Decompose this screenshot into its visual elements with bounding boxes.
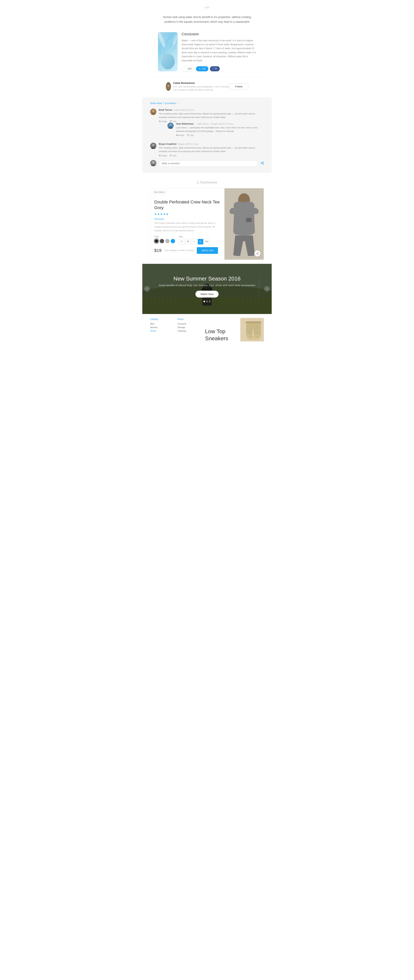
banner-dot-2[interactable] <box>206 301 208 302</box>
watch-now-button[interactable]: Watch Now <box>196 291 218 298</box>
comment-body: Brett Torres 9 April, 2015 3:52 pm The r… <box>159 108 264 140</box>
facebook-icon: f <box>213 67 213 70</box>
comment-item: Bryan Crawford 9 April, 2015 5:17 pm The… <box>150 143 264 157</box>
comment-actions: Reply Like <box>176 134 264 137</box>
product-description: The Project Garments loves what is uniqu… <box>154 221 221 232</box>
desc-label: Description <box>154 218 221 220</box>
nested-comment: Alan Robertson → Brett Torres 10 April, … <box>167 123 264 137</box>
banner-dot-1[interactable] <box>204 301 205 302</box>
conclusion-title: Conclusion <box>182 32 256 36</box>
prints-title: Prints <box>178 318 201 321</box>
svg-rect-23 <box>246 218 252 222</box>
commenter-avatar <box>150 160 156 167</box>
product-card: Best Sellers Double Perforated Crew Neck… <box>150 188 264 260</box>
color-label: Color <box>154 235 175 238</box>
banner-next-button[interactable]: › <box>264 286 270 292</box>
reply-action[interactable]: Reply <box>159 154 167 157</box>
size-xxl[interactable]: XXL <box>204 239 210 244</box>
star-2: ★ <box>157 212 160 216</box>
price-note: Free shipping on order over $100 <box>165 249 194 252</box>
svg-point-31 <box>258 254 258 255</box>
comment-reply-to: → Brett Torres <box>195 123 209 125</box>
author-section: Caleb Richardson A 27 year old developer… <box>150 78 264 97</box>
svg-line-34 <box>257 253 258 254</box>
banner-dot-3[interactable] <box>209 301 210 302</box>
footer-products: Clothes Men Women Shoes Prints Furniture… <box>142 314 272 344</box>
svg-point-15 <box>152 144 154 146</box>
like-button[interactable]: ♡ 359 <box>182 66 194 72</box>
conclusion-text: Water — one of the main resources in the… <box>182 38 256 62</box>
star-5: ★ <box>166 212 169 216</box>
color-black[interactable] <box>154 239 159 243</box>
color-option-group: Color <box>154 235 175 243</box>
reply-action[interactable]: Reply <box>176 134 184 137</box>
twitter-button[interactable]: 𝕏 125 <box>196 66 209 72</box>
comment-send-button[interactable] <box>260 161 264 165</box>
comment-author: Alan Robertson <box>176 123 193 125</box>
prints-furniture-link[interactable]: Furniture <box>178 323 201 325</box>
like-action[interactable]: Like <box>170 120 177 123</box>
reply-action[interactable]: Reply <box>159 120 167 123</box>
water-splash <box>158 32 178 72</box>
quote-text: Human task using water and its benefit t… <box>158 15 256 24</box>
prints-storage-link[interactable]: Storage <box>178 326 201 328</box>
clothes-men-link[interactable]: Men <box>150 323 174 325</box>
like-action[interactable]: Like <box>187 134 194 137</box>
like-count: 359 <box>188 67 191 70</box>
heart-icon: ♡ <box>185 67 186 70</box>
comment-time: 9 April, 2015 3:52 pm <box>174 109 194 111</box>
color-blue[interactable] <box>171 239 175 243</box>
conclusion-section: Conclusion Water — one of the main resou… <box>142 28 272 78</box>
product-info: Double Perforated Crew Neck Tee Grey ★ ★… <box>150 188 225 260</box>
size-s[interactable]: S <box>179 239 185 244</box>
size-label: Size <box>179 235 210 238</box>
svg-point-0 <box>161 54 175 69</box>
comment-item: Alan Robertson → Brett Torres 10 April, … <box>167 123 264 137</box>
ecommerce-section: 2. Ecommerce Best Sellers Double Perfora… <box>142 173 272 344</box>
twitter-icon: 𝕏 <box>199 67 201 70</box>
author-info: Caleb Richardson A 27 year old developer… <box>166 81 229 92</box>
share-button[interactable] <box>254 250 261 256</box>
show-comments-link[interactable]: Show other 7 comments → <box>150 102 179 105</box>
add-to-cart-button[interactable]: Add to Cart <box>197 247 218 254</box>
svg-point-7 <box>167 87 170 89</box>
product-price: $19 <box>154 248 161 253</box>
featured-product-col: Low Top Sneakers <box>205 318 236 342</box>
svg-point-2 <box>172 46 173 46</box>
size-xl[interactable]: XL <box>198 239 203 244</box>
quote-mark: “” <box>158 6 256 13</box>
clothes-shoes-link[interactable]: Shoes <box>150 330 174 332</box>
comment-input[interactable] <box>159 160 258 167</box>
footer-product-image <box>240 318 264 342</box>
svg-point-30 <box>258 252 258 253</box>
facebook-button[interactable]: f 75 <box>210 66 220 72</box>
size-option-group: Size S M L XL XXL <box>179 235 210 244</box>
color-options <box>154 239 175 243</box>
size-m[interactable]: M <box>185 239 191 244</box>
banner-title: New Summer Season 2016 <box>159 275 255 282</box>
color-dark-gray[interactable] <box>160 239 164 243</box>
color-light-gray[interactable] <box>165 239 170 243</box>
clothes-women-link[interactable]: Women <box>150 326 174 328</box>
price-row: $19 Free shipping on order over $100 Add… <box>154 247 221 254</box>
footer-product-title: Low Top Sneakers <box>205 328 236 342</box>
banner-prev-button[interactable]: ‹ <box>144 286 150 292</box>
like-action[interactable]: Like <box>170 154 177 157</box>
comment-time: 9 April, 2015 5:17 pm <box>178 143 198 145</box>
banner-dots <box>159 301 255 302</box>
size-l[interactable]: L <box>191 239 197 244</box>
banner: New Summer Season 2016 Great benefits of… <box>142 264 272 314</box>
comment-header: Alan Robertson → Brett Torres 10 April, … <box>176 123 264 125</box>
prints-cleaning-link[interactable]: Cleaning <box>178 330 201 332</box>
follow-button[interactable]: Follow <box>229 83 248 90</box>
svg-rect-68 <box>246 321 261 323</box>
product-image <box>225 188 264 260</box>
comment-body: Alan Robertson → Brett Torres 10 April, … <box>176 123 264 137</box>
svg-point-9 <box>152 110 154 112</box>
svg-point-18 <box>152 161 154 164</box>
product-name: Double Perforated Crew Neck Tee Grey <box>154 199 221 210</box>
clothes-title: Clothes <box>150 318 174 321</box>
comment-avatar <box>150 143 156 157</box>
product-stars: ★ ★ ★ ★ ★ <box>154 212 221 216</box>
prints-category: Prints Furniture Storage Cleaning <box>178 318 201 342</box>
